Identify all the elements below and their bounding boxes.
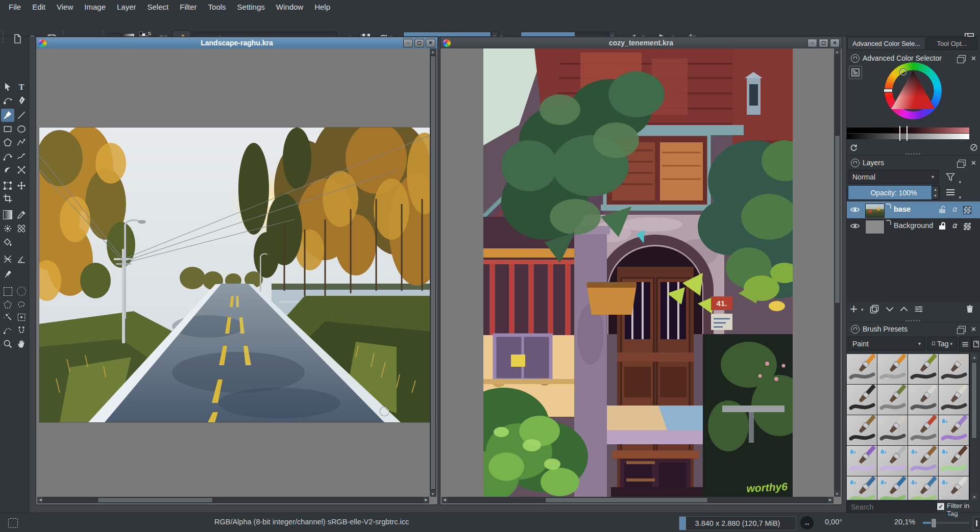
brush-preset-14[interactable]: [877, 446, 908, 476]
layer-thumbnail[interactable]: [865, 204, 885, 218]
tool-pan[interactable]: [15, 337, 28, 350]
panel-lock-icon[interactable]: [851, 325, 860, 334]
float-panel-icon[interactable]: [959, 326, 966, 332]
color-wheel[interactable]: [885, 62, 942, 119]
layer-visibility-icon[interactable]: [850, 206, 860, 213]
layer-properties-button[interactable]: [913, 304, 924, 314]
shade-bar-value[interactable]: [847, 134, 969, 139]
horizontal-scrollbar[interactable]: ◀▶: [37, 497, 429, 503]
brush-preset-18[interactable]: [877, 476, 908, 500]
tool-select-freehand[interactable]: [15, 298, 28, 311]
document-window-tenement[interactable]: cozy_tenement.kra – ▢ ✕: [440, 37, 842, 505]
presets-view-mode-button[interactable]: [971, 337, 980, 351]
maximize-button[interactable]: ▢: [819, 39, 828, 47]
tool-pattern-edit[interactable]: [1, 222, 14, 235]
close-button[interactable]: ✕: [830, 39, 840, 47]
document-window-landscape[interactable]: Landscape-raghu.kra – ▢ ✕: [36, 37, 438, 505]
tool-line[interactable]: [15, 109, 28, 122]
add-layer-caret[interactable]: ▾: [861, 307, 864, 312]
tool-measure[interactable]: [15, 252, 28, 266]
filter-in-tag-checkbox[interactable]: ✓: [937, 502, 945, 511]
float-panel-icon[interactable]: [959, 55, 966, 61]
tool-select-bezier[interactable]: [1, 324, 14, 337]
window-titlebar[interactable]: cozy_tenement.kra – ▢ ✕: [440, 37, 842, 48]
tool-select-magnetic[interactable]: [15, 324, 28, 337]
brush-tag-select[interactable]: Paint▾: [848, 337, 925, 350]
canvas-tenement[interactable]: 41. worthy6: [483, 48, 793, 498]
menu-item-view[interactable]: View: [51, 0, 79, 14]
layer-lock-icon[interactable]: [939, 222, 946, 230]
layer-visibility-icon[interactable]: [850, 222, 860, 230]
layer-alpha-icon[interactable]: α: [952, 205, 957, 214]
menu-item-help[interactable]: Help: [309, 0, 336, 14]
tool-gradient[interactable]: [1, 208, 14, 221]
tool-crop[interactable]: [1, 192, 14, 205]
menu-item-window[interactable]: Window: [271, 0, 309, 14]
tool-text[interactable]: T: [15, 80, 28, 93]
shade-bar-hue[interactable]: [847, 128, 969, 133]
tool-multibrush[interactable]: [15, 163, 28, 176]
tool-assistants[interactable]: [1, 252, 14, 266]
menu-item-filter[interactable]: Filter: [174, 0, 202, 14]
canvas-rotation-widget[interactable]: ↔: [800, 516, 814, 529]
tool-freehand-path[interactable]: [15, 150, 28, 163]
brush-preset-8[interactable]: [939, 385, 969, 415]
brush-grid-scrollbar[interactable]: ▲▼: [970, 354, 978, 500]
brush-preset-20[interactable]: [939, 476, 969, 500]
layer-opacity-slider[interactable]: Opacity: 100% ▲▼: [848, 185, 940, 200]
brush-preset-10[interactable]: [877, 415, 908, 445]
tool-polygon[interactable]: [1, 136, 14, 149]
maximize-button[interactable]: ▢: [414, 39, 424, 47]
delete-layer-button[interactable]: [965, 304, 974, 314]
layer-lock-icon[interactable]: [939, 206, 946, 214]
tool-dynamic-brush[interactable]: [1, 163, 14, 176]
float-panel-icon[interactable]: [959, 160, 966, 166]
brush-preset-17[interactable]: [847, 476, 877, 500]
layer-opacity-spinner[interactable]: ▲▼: [932, 186, 939, 199]
color-selector-settings-button[interactable]: [849, 66, 862, 79]
brush-preset-2[interactable]: [877, 354, 908, 384]
menu-item-edit[interactable]: Edit: [27, 0, 51, 14]
tool-bezier-curve[interactable]: [1, 150, 14, 163]
tool-rectangle[interactable]: [1, 122, 14, 136]
window-titlebar[interactable]: Landscape-raghu.kra – ▢ ✕: [36, 37, 437, 48]
zoom-slider-thumb[interactable]: [931, 518, 937, 528]
menu-item-settings[interactable]: Settings: [232, 0, 271, 14]
zoom-slider[interactable]: [923, 522, 970, 524]
menu-item-layer[interactable]: Layer: [111, 0, 142, 14]
brush-preset-3[interactable]: [908, 354, 938, 384]
brush-preset-11[interactable]: [908, 415, 938, 445]
panel-lock-icon[interactable]: [851, 159, 860, 167]
layer-inherit-alpha-icon[interactable]: [963, 206, 971, 214]
tab-advanced-color-selector[interactable]: Advanced Color Sele...: [847, 37, 925, 50]
close-panel-icon[interactable]: ✕: [971, 159, 976, 167]
tool-smart-patch[interactable]: [15, 222, 28, 235]
brush-preset-13[interactable]: [847, 446, 877, 476]
tool-select-shapes[interactable]: [1, 80, 14, 93]
presets-display-menu-button[interactable]: [959, 337, 971, 351]
tool-edit-shapes[interactable]: [1, 94, 14, 107]
tool-select-contiguous[interactable]: [1, 311, 14, 324]
tool-move[interactable]: [15, 179, 28, 192]
add-layer-button[interactable]: +: [850, 301, 857, 317]
menu-item-file[interactable]: File: [3, 0, 27, 14]
brush-preset-5[interactable]: [847, 385, 877, 415]
brush-preset-12[interactable]: [939, 415, 969, 445]
menu-item-tools[interactable]: Tools: [203, 0, 232, 14]
layer-inherit-alpha-icon[interactable]: [963, 222, 971, 231]
minimize-button[interactable]: –: [403, 39, 413, 47]
tab-tool-options[interactable]: Tool Opt...: [926, 37, 977, 50]
brush-preset-1[interactable]: [847, 354, 877, 384]
layer-row-base[interactable]: base α: [847, 201, 980, 218]
minimize-button[interactable]: –: [807, 39, 817, 47]
menu-item-select[interactable]: Select: [142, 0, 175, 14]
layer-filter-button[interactable]: ▾: [943, 170, 958, 184]
tool-freehand-brush[interactable]: [1, 109, 14, 122]
tool-polyline[interactable]: [15, 136, 28, 149]
brush-preset-15[interactable]: [908, 446, 938, 476]
tool-transform[interactable]: [1, 179, 14, 192]
selection-display-mode-icon[interactable]: [8, 518, 18, 528]
tool-zoom[interactable]: [1, 337, 14, 350]
menu-item-image[interactable]: Image: [79, 0, 111, 14]
horizontal-scrollbar[interactable]: ◀▶: [442, 497, 834, 503]
